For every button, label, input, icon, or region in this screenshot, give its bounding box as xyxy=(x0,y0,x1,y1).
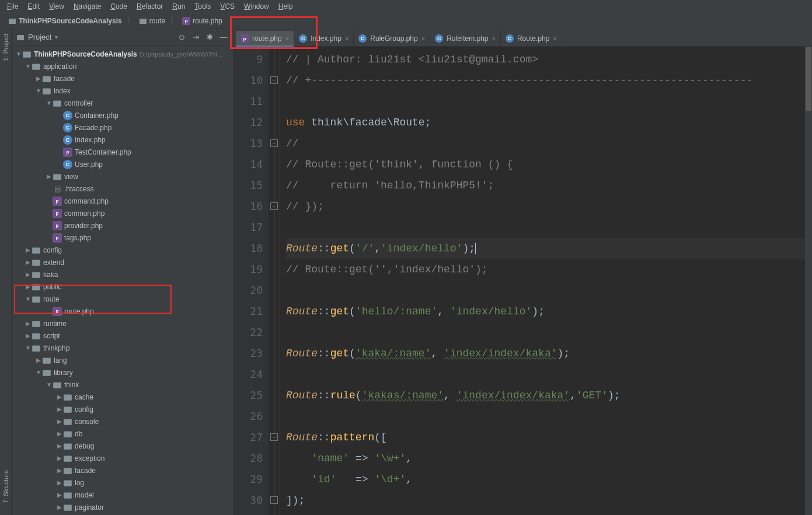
tree-item-route_php[interactable]: proute.php xyxy=(12,305,233,317)
tree-item-kaka[interactable]: ▶kaka xyxy=(12,268,233,281)
fold-toggle[interactable]: − xyxy=(270,433,278,441)
tree-item-controller[interactable]: ▼controller xyxy=(12,97,233,109)
line-number[interactable]: 12 xyxy=(234,112,263,133)
breadcrumb-file[interactable]: p route.php xyxy=(179,16,226,26)
line-number[interactable]: 17 xyxy=(234,217,263,238)
code-line[interactable]: Route::get('/','index/hello'); xyxy=(286,238,812,259)
code-line[interactable]: // +------------------------------------… xyxy=(286,70,812,91)
line-number[interactable]: 23 xyxy=(234,343,263,364)
code-line[interactable]: // | Author: liu21st <liu21st@gmail.com> xyxy=(286,49,812,70)
code-line[interactable] xyxy=(286,91,812,112)
menu-help[interactable]: Help xyxy=(274,1,298,12)
project-tool-button[interactable]: 1: Project xyxy=(2,34,9,61)
tree-item-think[interactable]: ▼think xyxy=(12,379,233,391)
code-line[interactable] xyxy=(286,322,812,343)
code-line[interactable]: // xyxy=(286,133,812,154)
code-line[interactable]: use think\facade\Route; xyxy=(286,112,812,133)
gear-icon[interactable]: ✱ xyxy=(205,33,214,42)
fold-toggle[interactable]: − xyxy=(270,496,278,504)
menu-file[interactable]: File xyxy=(2,1,23,12)
project-view-selector[interactable]: Project xyxy=(28,33,51,41)
line-number[interactable]: 20 xyxy=(234,280,263,301)
tree-item-testcontainer_php[interactable]: pTestContainer.php xyxy=(12,146,233,158)
menu-code[interactable]: Code xyxy=(106,1,132,12)
line-number[interactable]: 29 xyxy=(234,469,263,490)
tree-item-common_php[interactable]: pcommon.php xyxy=(12,207,233,219)
code-line[interactable]: Route::get('kaka/:name', 'index/index/ka… xyxy=(286,343,812,364)
code-line[interactable]: Route::get('hello/:name', 'index/hello')… xyxy=(286,301,812,322)
line-number[interactable]: 24 xyxy=(234,364,263,385)
tree-item-library[interactable]: ▼library xyxy=(12,366,233,379)
code-line[interactable]: // }); xyxy=(286,196,812,217)
line-number[interactable]: 16 xyxy=(234,196,263,217)
tree-item-cache[interactable]: ▶cache xyxy=(12,391,233,403)
tree-item-facade2[interactable]: ▶facade xyxy=(12,464,233,477)
code-line[interactable]: 'name' => '\w+', xyxy=(286,448,812,469)
tree-item-view[interactable]: ▶view xyxy=(12,170,233,183)
line-number[interactable]: 26 xyxy=(234,406,263,427)
menu-run[interactable]: Run xyxy=(168,1,190,12)
menu-window[interactable]: Window xyxy=(239,1,274,12)
tree-item-log[interactable]: ▶log xyxy=(12,477,233,489)
tree-item-provider_php[interactable]: pprovider.php xyxy=(12,219,233,232)
tab-rulegroup-php[interactable]: CRuleGroup.php× xyxy=(354,31,430,46)
menu-vcs[interactable]: VCS xyxy=(215,1,239,12)
fold-toggle[interactable]: − xyxy=(270,202,278,210)
close-icon[interactable]: × xyxy=(492,35,496,42)
breadcrumb-project[interactable]: ThinkPHPSourceCodeAnalysis xyxy=(5,16,126,26)
tree-item-paginator[interactable]: ▶paginator xyxy=(12,501,233,513)
close-icon[interactable]: × xyxy=(345,35,349,42)
tree-item-tags_php[interactable]: ptags.php xyxy=(12,232,233,244)
line-number[interactable]: 10 xyxy=(234,70,263,91)
tree-root[interactable]: ▼ThinkPHPSourceCodeAnalysisD:\phpstudy_p… xyxy=(12,48,233,60)
tree-item-db[interactable]: ▶db xyxy=(12,428,233,440)
tree-item-script[interactable]: ▶script xyxy=(12,330,233,342)
tree-item-thinkphp[interactable]: ▼thinkphp xyxy=(12,342,233,354)
line-number[interactable]: 21 xyxy=(234,301,263,322)
scrollbar-thumb[interactable] xyxy=(806,47,811,111)
line-number[interactable]: 18 xyxy=(234,238,263,259)
tree-item-command_php[interactable]: pcommand.php xyxy=(12,195,233,207)
tab-index-php[interactable]: CIndex.php× xyxy=(294,31,354,46)
close-icon[interactable]: × xyxy=(421,35,425,42)
locate-icon[interactable]: ⊙ xyxy=(177,33,186,42)
code-area[interactable]: // | Author: liu21st <liu21st@gmail.com>… xyxy=(280,47,812,515)
hide-icon[interactable]: — xyxy=(219,33,228,42)
menu-refactor[interactable]: Refactor xyxy=(132,1,168,12)
tree-item-lang[interactable]: ▶lang xyxy=(12,354,233,366)
line-number[interactable]: 22 xyxy=(234,322,263,343)
tab-route-php[interactable]: CRoute.php× xyxy=(501,31,562,46)
line-number[interactable]: 30 xyxy=(234,490,263,511)
tree-item-extend[interactable]: ▶extend xyxy=(12,256,233,268)
line-gutter[interactable]: 9101112131415161718192021222324252627282… xyxy=(234,47,269,515)
project-tree[interactable]: ▼ThinkPHPSourceCodeAnalysisD:\phpstudy_p… xyxy=(12,45,233,515)
structure-tool-button[interactable]: 7: Structure xyxy=(2,470,9,503)
line-number[interactable]: 9 xyxy=(234,49,263,70)
tree-item-route[interactable]: ▼route xyxy=(12,293,233,305)
tree-item-index_php[interactable]: CIndex.php xyxy=(12,134,233,146)
menu-tools[interactable]: Tools xyxy=(190,1,215,12)
tree-item-debug[interactable]: ▶debug xyxy=(12,440,233,452)
fold-toggle[interactable]: − xyxy=(270,76,278,84)
code-line[interactable] xyxy=(286,217,812,238)
menu-view[interactable]: View xyxy=(44,1,69,12)
line-number[interactable]: 27 xyxy=(234,427,263,448)
collapse-all-icon[interactable]: ⇥ xyxy=(191,33,200,42)
tree-item-config[interactable]: ▶config xyxy=(12,244,233,256)
tree-item-user_php[interactable]: CUser.php xyxy=(12,158,233,170)
tree-item-container_php[interactable]: CContainer.php xyxy=(12,109,233,121)
code-line[interactable]: Route::rule('kakas/:name', 'index/index/… xyxy=(286,385,812,406)
code-line[interactable]: // return 'hello,ThinkPHP5!'; xyxy=(286,175,812,196)
vertical-scrollbar[interactable] xyxy=(805,47,812,515)
tree-item-facade_php[interactable]: CFacade.php xyxy=(12,121,233,134)
code-line[interactable] xyxy=(286,364,812,385)
fold-gutter[interactable]: −−−−− xyxy=(269,47,280,515)
line-number[interactable]: 28 xyxy=(234,448,263,469)
tree-item-model[interactable]: ▶model xyxy=(12,489,233,501)
tree-item-console[interactable]: ▶console xyxy=(12,415,233,428)
line-number[interactable]: 13 xyxy=(234,133,263,154)
fold-toggle[interactable]: − xyxy=(270,139,278,147)
line-number[interactable]: 25 xyxy=(234,385,263,406)
tree-item-facade[interactable]: ▶facade xyxy=(12,72,233,85)
tree-item-index[interactable]: ▼index xyxy=(12,85,233,97)
